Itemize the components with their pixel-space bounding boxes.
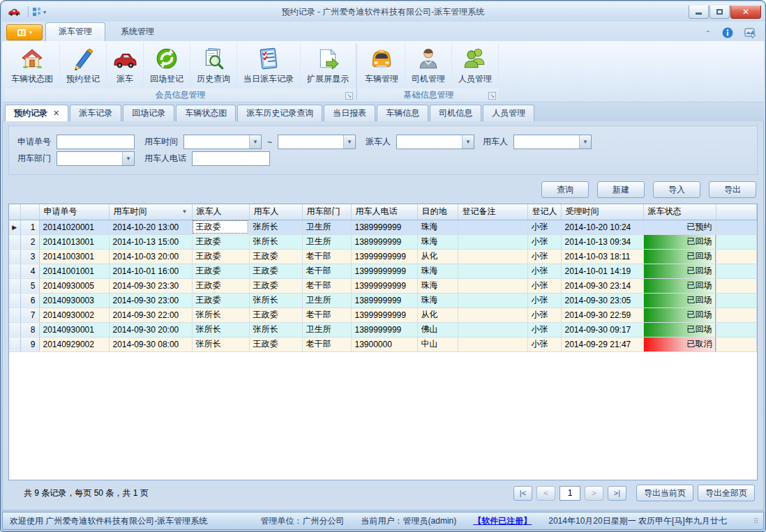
- status-badge[interactable]: 已预约: [643, 220, 716, 234]
- cell-registrar[interactable]: 小张: [527, 220, 561, 234]
- next-page-button[interactable]: >: [585, 486, 603, 501]
- cell-dispatcher[interactable]: 王政委: [192, 220, 249, 234]
- cell-order-no[interactable]: 20141020001: [39, 220, 109, 234]
- cell-remark[interactable]: [458, 293, 527, 307]
- use-time-to-picker[interactable]: ▼: [278, 135, 356, 149]
- minimize-button[interactable]: [689, 6, 709, 19]
- cell-registrar[interactable]: 小张: [527, 249, 561, 264]
- dept-select[interactable]: ▼: [57, 151, 135, 166]
- history-query-button[interactable]: 历史查询: [190, 43, 237, 89]
- personnel-manage-button[interactable]: 人员管理: [452, 43, 499, 89]
- cell-user[interactable]: 张所长: [249, 220, 302, 234]
- dialog-launcher-icon[interactable]: ↘: [345, 92, 353, 100]
- cell-phone[interactable]: 13999999999: [351, 278, 417, 293]
- cell-dispatcher[interactable]: 王政委: [192, 264, 249, 278]
- document-tab-3[interactable]: 车辆状态图: [176, 105, 236, 121]
- column-header-dept[interactable]: 用车部门: [302, 204, 351, 220]
- cell-order-no[interactable]: 20140930003: [39, 293, 109, 307]
- cell-user[interactable]: 张所长: [249, 234, 302, 249]
- cell-registrar[interactable]: 小张: [527, 337, 561, 351]
- table-row[interactable]: 5201409300052014-09-30 23:30王政委王政委老干部139…: [9, 278, 757, 293]
- dispatcher-select[interactable]: ▼: [396, 135, 474, 149]
- cell-use-time[interactable]: 2014-09-30 22:00: [109, 307, 192, 322]
- cell-user[interactable]: 王政委: [249, 337, 302, 351]
- column-header-accept-time[interactable]: 受理时间: [561, 204, 643, 220]
- driver-manage-button[interactable]: 司机管理: [405, 43, 452, 89]
- cell-order-no[interactable]: 20141001001: [39, 264, 109, 278]
- import-button[interactable]: 导入: [653, 181, 700, 198]
- query-button[interactable]: 查询: [541, 181, 589, 198]
- cell-user[interactable]: 王政委: [249, 264, 302, 278]
- cell-user[interactable]: 王政委: [249, 307, 302, 322]
- cell-user[interactable]: 王政委: [249, 249, 302, 264]
- cell-dispatcher[interactable]: 王政委: [192, 234, 249, 249]
- user-select[interactable]: ▼: [513, 135, 592, 149]
- export-current-page-button[interactable]: 导出当前页: [636, 485, 693, 501]
- phone-input[interactable]: [192, 151, 270, 166]
- table-row[interactable]: 9201409290022014-09-30 08:00张所长王政委老干部139…: [9, 337, 757, 351]
- prev-page-button[interactable]: <: [536, 486, 555, 501]
- document-tab-6[interactable]: 车辆信息: [377, 105, 428, 121]
- cell-remark[interactable]: [458, 322, 527, 337]
- cell-dispatcher[interactable]: 张所长: [192, 307, 249, 322]
- ribbon-tab-dispatch[interactable]: 派车管理: [45, 22, 105, 41]
- skin-style-icon[interactable]: [744, 27, 757, 38]
- cell-remark[interactable]: [458, 234, 527, 249]
- column-header-order-no[interactable]: 申请单号: [39, 204, 109, 220]
- first-page-button[interactable]: |<: [513, 486, 532, 501]
- page-number-input[interactable]: [560, 486, 580, 501]
- return-register-button[interactable]: 回场登记: [144, 43, 190, 89]
- cell-dispatcher[interactable]: 张所长: [192, 322, 249, 337]
- cell-dept[interactable]: 老干部: [302, 278, 351, 293]
- cell-use-time[interactable]: 2014-09-30 08:00: [109, 337, 192, 351]
- cell-accept-time[interactable]: 2014-09-30 23:14: [561, 278, 643, 293]
- new-button[interactable]: 新建: [597, 181, 645, 198]
- cell-phone[interactable]: 1389999999: [351, 322, 417, 337]
- cell-dept[interactable]: 老干部: [302, 249, 351, 264]
- cell-user[interactable]: 王政委: [249, 278, 302, 293]
- cell-accept-time[interactable]: 2014-09-30 09:17: [561, 322, 643, 337]
- cell-phone[interactable]: 13999999999: [351, 307, 417, 322]
- cell-dispatcher[interactable]: 王政委: [192, 278, 249, 293]
- cell-use-time[interactable]: 2014-09-30 23:00: [109, 293, 192, 307]
- collapse-ribbon-icon[interactable]: ⌃: [705, 29, 711, 37]
- cell-phone[interactable]: 13900000: [351, 337, 417, 351]
- resize-grip[interactable]: ⠿: [753, 517, 759, 525]
- info-icon[interactable]: [722, 27, 733, 38]
- document-tab-2[interactable]: 回场记录: [123, 105, 174, 121]
- cell-dept[interactable]: 老干部: [302, 264, 351, 278]
- cell-dept[interactable]: 卫生所: [302, 220, 351, 234]
- cell-use-time[interactable]: 2014-10-13 15:00: [109, 234, 192, 249]
- status-badge[interactable]: 已回场: [643, 234, 716, 249]
- column-header-remark[interactable]: 登记备注: [458, 204, 527, 220]
- cell-accept-time[interactable]: 2014-10-20 10:24: [561, 220, 643, 234]
- cell-order-no[interactable]: 20140930001: [39, 322, 109, 337]
- cell-registrar[interactable]: 小张: [527, 293, 561, 307]
- cell-registrar[interactable]: 小张: [527, 322, 561, 337]
- last-page-button[interactable]: >|: [608, 486, 626, 501]
- chevron-down-icon[interactable]: ▼: [343, 135, 355, 149]
- cell-dept[interactable]: 老干部: [302, 337, 351, 351]
- cell-remark[interactable]: [458, 307, 527, 322]
- cell-phone[interactable]: 1389999999: [351, 220, 417, 234]
- status-badge[interactable]: 已回场: [643, 264, 716, 278]
- column-header-use-time[interactable]: 用车时间▼: [109, 204, 192, 220]
- cell-dispatcher[interactable]: 王政委: [192, 249, 249, 264]
- cell-phone[interactable]: 1389999999: [351, 234, 417, 249]
- extended-screen-button[interactable]: 扩展屏显示: [301, 43, 356, 89]
- table-row[interactable]: 4201410010012014-10-01 16:00王政委王政委老干部139…: [9, 264, 757, 278]
- cell-order-no[interactable]: 20141003001: [39, 249, 109, 264]
- cell-registrar[interactable]: 小张: [527, 234, 561, 249]
- cell-dest[interactable]: 珠海: [417, 264, 458, 278]
- cell-order-no[interactable]: 20140929002: [39, 337, 109, 351]
- export-all-pages-button[interactable]: 导出全部页: [698, 485, 755, 501]
- document-tab-8[interactable]: 人员管理: [483, 105, 534, 121]
- document-tab-5[interactable]: 当日报表: [324, 105, 375, 121]
- cell-phone[interactable]: 13999999999: [351, 264, 417, 278]
- status-badge[interactable]: 已回场: [643, 293, 716, 307]
- cell-dest[interactable]: 从化: [417, 249, 458, 264]
- cell-dispatcher[interactable]: 王政委: [192, 293, 249, 307]
- cell-use-time[interactable]: 2014-10-03 20:00: [109, 249, 192, 264]
- close-button[interactable]: ✕: [730, 6, 761, 19]
- cell-registrar[interactable]: 小张: [527, 278, 561, 293]
